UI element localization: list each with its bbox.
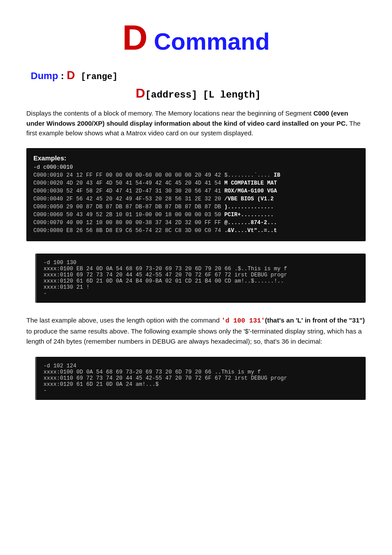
syntax-section: Dump : D [range] D[address] [L length]: [26, 69, 366, 101]
code-line-1-6: C000:0070 40 00 12 10 00 80 00 00-38 37 …: [33, 219, 359, 227]
code-line-1-1: C000:0020 4D 20 43 4F 4D 50 41 54-49 42 …: [33, 179, 359, 187]
desc-text1: Displays the contents of a block of memo…: [26, 109, 313, 117]
code-line-1-2: C000:0030 52 4F 58 2F 4D 47 41 2D-47 31 …: [33, 187, 359, 195]
syntax-line-1: Dump : D [range]: [31, 69, 366, 82]
mid-text-part3: to produce the same results above. The f…: [26, 327, 362, 345]
code-block-1: Examples: -d c000:0010 C000:0010 24 12 F…: [26, 148, 366, 241]
code-line-1-5: C000:0060 50 43 49 52 2B 10 01 10-00 00 …: [33, 211, 359, 219]
syntax-address: [address]: [145, 90, 198, 101]
code-prompt-2: -: [43, 290, 359, 297]
description-text: Displays the contents of a block of memo…: [26, 109, 366, 138]
syntax-dump-label: Dump: [31, 70, 58, 81]
code-line-2-2: xxxx:0120 61 6D 21 0D 0A 24 B4 09-BA 02 …: [43, 278, 359, 284]
code-line-3-1: xxxx:0110 69 72 73 74 20 44 45 42-55 47 …: [43, 375, 359, 381]
title-d-letter: D: [122, 18, 148, 58]
code-block-3: -d 102 124 xxxx:0100 0D 0A 54 68 69 73-2…: [35, 357, 366, 400]
syntax-range: [range]: [81, 72, 118, 82]
title-command-word: Command: [154, 28, 270, 55]
syntax-line-2: D[address] [L length]: [31, 86, 366, 101]
mid-text-part1: The last example above, uses the length …: [26, 316, 221, 324]
code-line-3-2: xxxx:0120 61 6D 21 0D 0A 24 am!...$: [43, 381, 359, 388]
page-title: D Command: [26, 18, 366, 58]
syntax-d2: D: [136, 86, 145, 100]
code-line-1-4: C000:0050 29 00 87 DB 87 DB 87 DB-87 DB …: [33, 203, 359, 211]
examples-header: Examples:: [33, 154, 359, 162]
mid-bold1: (that's an 'L' in front of the "31"): [265, 316, 364, 324]
code-prompt-3: -: [43, 388, 359, 394]
mid-code1: 'd 100 131': [221, 317, 265, 325]
mid-description: The last example above, uses the length …: [26, 315, 366, 347]
code-line-2-3: xxxx:0130 21 !: [43, 284, 359, 290]
syntax-colon: :: [58, 70, 67, 81]
code-cmd-3: -d 102 124: [43, 363, 359, 369]
code-block-2: -d 100 130 xxxx:0100 EB 24 0D 0A 54 68 6…: [35, 254, 366, 303]
code-cmd-2: -d 100 130: [43, 260, 359, 266]
code-line-2-0: xxxx:0100 EB 24 0D 0A 54 68 69 73-20 69 …: [43, 266, 359, 272]
syntax-d1: D: [67, 69, 75, 82]
syntax-length: [L length]: [203, 90, 261, 101]
code-cmd-1: -d c000:0010: [33, 164, 359, 170]
code-line-3-0: xxxx:0100 0D 0A 54 68 69 73-20 69 73 20 …: [43, 369, 359, 375]
code-line-2-1: xxxx:0110 69 72 73 74 20 44 45 42-55 47 …: [43, 272, 359, 278]
code-line-1-7: C000:0080 E8 26 56 8B D8 E9 C6 56-74 22 …: [33, 227, 359, 235]
code-line-1-3: C000:0040 2F 56 42 45 20 42 49 4F-53 20 …: [33, 195, 359, 203]
code-line-1-0: C000:0010 24 12 FF FF 00 00 00 00-60 00 …: [33, 171, 359, 179]
